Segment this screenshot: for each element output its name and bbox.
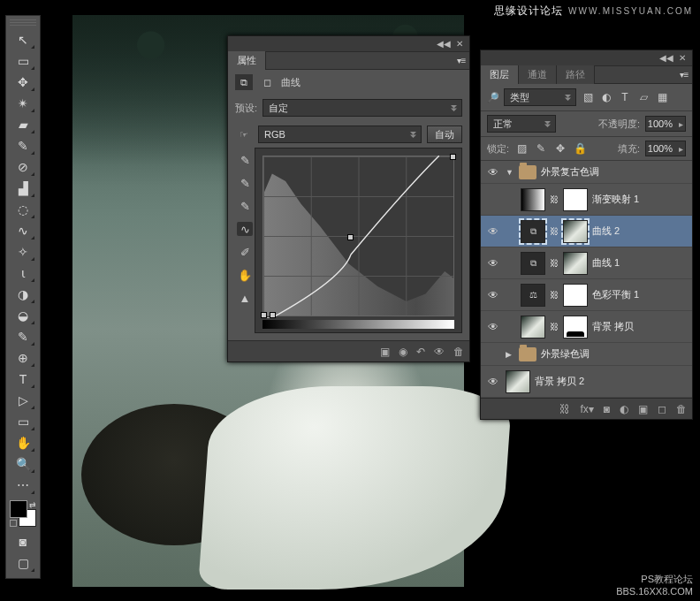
tool-4[interactable]: ▰ bbox=[11, 115, 35, 134]
layer-row[interactable]: ⛓ 渐变映射 1 bbox=[481, 184, 692, 216]
eyedrop-black-icon[interactable]: ✎ bbox=[237, 153, 253, 167]
tool-3[interactable]: ✴ bbox=[11, 94, 35, 113]
dock-strip[interactable]: ◀◀✕ bbox=[481, 50, 692, 66]
tool-12[interactable]: ◑ bbox=[11, 285, 35, 304]
new-layer-icon[interactable]: ◻ bbox=[658, 403, 666, 415]
visibility-toggle[interactable]: 👁 bbox=[485, 166, 501, 179]
mask-thumb[interactable] bbox=[563, 188, 588, 211]
input-ramp[interactable] bbox=[262, 320, 454, 329]
curve-point[interactable] bbox=[450, 154, 456, 160]
layer-group[interactable]: ▶ 外景绿色调 bbox=[481, 343, 692, 366]
auto-button[interactable]: 自动 bbox=[427, 126, 462, 143]
tool-14[interactable]: ✎ bbox=[11, 327, 35, 346]
fill-field[interactable]: 100% bbox=[645, 141, 686, 156]
layer-name[interactable]: 外景复古色调 bbox=[541, 165, 599, 179]
layer-name[interactable]: 渐变映射 1 bbox=[592, 193, 639, 206]
new-adjust-icon[interactable]: ◐ bbox=[620, 403, 628, 415]
close-icon[interactable]: ✕ bbox=[456, 39, 463, 49]
new-group-icon[interactable]: ▣ bbox=[638, 403, 648, 415]
curves-graph[interactable] bbox=[255, 148, 462, 333]
filter-pixel-icon[interactable]: ▧ bbox=[581, 90, 595, 104]
visibility-toggle[interactable]: 👁 bbox=[485, 376, 501, 388]
lock-paint-icon[interactable]: ✎ bbox=[534, 141, 548, 156]
tool-13[interactable]: ◒ bbox=[11, 306, 35, 325]
adj-thumb[interactable]: ⚖ bbox=[521, 284, 545, 307]
adj-thumb[interactable]: ⧉ bbox=[521, 252, 545, 275]
link-icon[interactable]: ⛓ bbox=[550, 226, 559, 236]
add-mask-icon[interactable]: ◙ bbox=[604, 403, 610, 415]
filter-adjust-icon[interactable]: ◐ bbox=[599, 90, 613, 104]
layer-name[interactable]: 背景 拷贝 bbox=[592, 320, 634, 333]
curve-point[interactable] bbox=[270, 312, 276, 318]
trash-icon[interactable]: 🗑 bbox=[676, 403, 687, 415]
layer-group[interactable]: 👁 ▼ 外景复古色调 bbox=[481, 161, 692, 184]
disclosure-icon[interactable]: ▶ bbox=[506, 350, 514, 359]
adj-thumb[interactable] bbox=[521, 188, 545, 211]
adj-thumb[interactable]: ⧉ bbox=[521, 220, 545, 243]
link-icon[interactable]: ⛓ bbox=[550, 258, 559, 268]
curve-point-tool[interactable]: ∿ bbox=[237, 222, 253, 236]
quickmask-button[interactable]: ◙ bbox=[11, 532, 35, 552]
tool-2[interactable]: ✥ bbox=[11, 72, 35, 92]
link-icon[interactable]: ⛓ bbox=[550, 322, 559, 331]
tool-21[interactable]: ⋯ bbox=[11, 475, 35, 495]
layer-row[interactable]: 👁 ⧉ ⛓ 曲线 1 bbox=[481, 247, 692, 279]
filter-type-icon[interactable]: T bbox=[618, 90, 632, 104]
layer-name[interactable]: 曲线 1 bbox=[592, 256, 620, 270]
tool-10[interactable]: ✧ bbox=[11, 242, 35, 262]
tool-11[interactable]: ⍳ bbox=[11, 263, 35, 283]
panel-menu-icon[interactable]: ▾≡ bbox=[676, 70, 692, 80]
link-icon[interactable]: ⛓ bbox=[550, 290, 559, 300]
lock-all-icon[interactable]: 🔒 bbox=[573, 141, 587, 156]
eyedrop-gray-icon[interactable]: ✎ bbox=[237, 176, 253, 190]
tool-6[interactable]: ⊘ bbox=[11, 157, 35, 177]
layer-row[interactable]: 👁 ⛓ 背景 拷贝 bbox=[481, 311, 692, 343]
fg-color[interactable] bbox=[10, 500, 27, 518]
tool-16[interactable]: T bbox=[11, 369, 35, 389]
tool-7[interactable]: ▟ bbox=[11, 179, 35, 198]
default-colors-icon[interactable] bbox=[10, 520, 17, 527]
link-icon[interactable]: ⛓ bbox=[550, 194, 559, 204]
panel-grip[interactable] bbox=[10, 19, 36, 27]
mask-thumb[interactable] bbox=[563, 220, 588, 243]
tab-paths[interactable]: 路径 bbox=[557, 65, 595, 84]
filter-kind-dropdown[interactable]: 类型 bbox=[504, 88, 576, 106]
close-icon[interactable]: ✕ bbox=[679, 53, 686, 63]
tab-channels[interactable]: 通道 bbox=[519, 65, 557, 84]
preset-dropdown[interactable]: 自定 bbox=[262, 99, 462, 117]
panel-menu-icon[interactable]: ▾≡ bbox=[453, 56, 469, 65]
layer-thumb[interactable] bbox=[521, 316, 545, 339]
lock-pos-icon[interactable]: ✥ bbox=[553, 141, 567, 156]
layer-name[interactable]: 背景 拷贝 2 bbox=[535, 375, 584, 388]
visibility-toggle[interactable]: 👁 bbox=[485, 321, 501, 333]
tool-18[interactable]: ▭ bbox=[11, 412, 35, 431]
channel-dropdown[interactable]: RGB bbox=[258, 126, 422, 143]
tab-properties[interactable]: 属性 bbox=[228, 51, 266, 70]
mask-icon[interactable]: ◻ bbox=[258, 74, 276, 90]
hand-tool-icon[interactable]: ✋ bbox=[237, 268, 253, 282]
view-previous-icon[interactable]: ◉ bbox=[399, 346, 407, 358]
mask-thumb[interactable] bbox=[563, 252, 588, 275]
swap-colors-icon[interactable]: ⇄ bbox=[29, 500, 36, 509]
layer-row-selected[interactable]: 👁 ⧉ ⛓ 曲线 2 bbox=[481, 216, 692, 247]
tool-1[interactable]: ▭ bbox=[11, 51, 35, 71]
tool-5[interactable]: ✎ bbox=[11, 136, 35, 156]
tab-layers[interactable]: 图层 bbox=[481, 65, 519, 84]
tool-17[interactable]: ▷ bbox=[11, 391, 35, 410]
layer-name[interactable]: 外景绿色调 bbox=[541, 347, 590, 361]
layer-row[interactable]: 👁 ⚖ ⛓ 色彩平衡 1 bbox=[481, 279, 692, 311]
reset-icon[interactable]: ↶ bbox=[416, 346, 425, 358]
screenmode-button[interactable]: ▢ bbox=[11, 553, 35, 573]
tool-9[interactable]: ∿ bbox=[11, 221, 35, 240]
trash-icon[interactable]: 🗑 bbox=[453, 346, 464, 358]
collapse-icon[interactable]: ◀◀ bbox=[659, 53, 673, 63]
visibility-toggle[interactable]: 👁 bbox=[485, 289, 501, 301]
clip-to-layer-icon[interactable]: ▣ bbox=[380, 346, 390, 358]
layer-name[interactable]: 曲线 2 bbox=[592, 224, 620, 238]
tool-15[interactable]: ⊕ bbox=[11, 348, 35, 368]
visibility-toggle[interactable]: 👁 bbox=[485, 225, 501, 238]
blend-mode-dropdown[interactable]: 正常 bbox=[487, 115, 556, 133]
layer-row[interactable]: 👁 背景 拷贝 2 bbox=[481, 366, 692, 398]
tool-19[interactable]: ✋ bbox=[11, 433, 35, 453]
filter-shape-icon[interactable]: ▱ bbox=[636, 90, 651, 104]
